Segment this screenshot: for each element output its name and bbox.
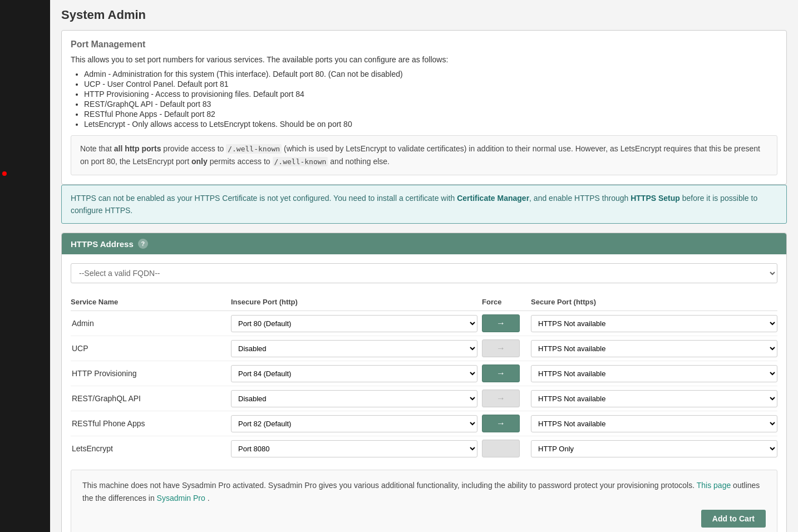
note-box: Note that all http ports provide access …: [71, 135, 777, 175]
force-button-restful-phone-apps[interactable]: →: [482, 415, 520, 432]
insecure-select-restful-phone-apps[interactable]: Port 82 (Default) Disabled: [231, 415, 477, 432]
main-content: System Admin Port Management This allows…: [50, 0, 798, 532]
col-header-insecure: Insecure Port (http): [231, 298, 477, 306]
force-button-admin[interactable]: →: [482, 314, 520, 332]
bullet-item-2: UCP - User Control Panel. Default port 8…: [84, 80, 777, 88]
secure-select-rest-graphql[interactable]: HTTPS Not available: [531, 390, 777, 407]
secure-port-restful-phone-apps: HTTPS Not available: [531, 415, 777, 432]
port-management-title: Port Management: [71, 40, 777, 50]
service-name-letsencrypt: LetsEncrypt: [71, 444, 226, 453]
bullet-item-4: REST/GraphQL API - Default port 83: [84, 100, 777, 109]
secure-select-admin[interactable]: HTTPS Not available: [531, 315, 777, 332]
force-cell-letsencrypt: [482, 440, 526, 457]
note-text-2: provide access to: [161, 144, 226, 153]
https-address-title: HTTPS Address: [71, 239, 134, 249]
insecure-port-rest-graphql: Disabled Port 83 (Default): [231, 390, 477, 407]
note-text-1: Note that: [80, 144, 114, 153]
table-row: LetsEncrypt Port 8080 Port 80 (Default) …: [71, 436, 777, 461]
note-text-5: and nothing else.: [328, 157, 390, 166]
insecure-port-http-provisioning: Port 84 (Default) Disabled: [231, 365, 477, 382]
https-warning: HTTPS can not be enabled as your HTTPS C…: [61, 185, 787, 224]
col-header-force: Force: [482, 298, 526, 306]
insecure-port-ucp: Disabled Port 81 (Default): [231, 340, 477, 357]
https-warning-text-2: , and enable HTTPS through: [529, 194, 630, 203]
sysadmin-pro-text-1: This machine does not have Sysadmin Pro …: [82, 481, 697, 490]
insecure-port-letsencrypt: Port 8080 Port 80 (Default) Disabled: [231, 440, 477, 457]
this-page-link[interactable]: This page: [697, 481, 731, 490]
bullet-item-1: Admin - Administration for this system (…: [84, 70, 777, 78]
force-cell-restful-phone-apps: →: [482, 415, 526, 432]
insecure-select-http-provisioning[interactable]: Port 84 (Default) Disabled: [231, 365, 477, 382]
secure-port-admin: HTTPS Not available: [531, 315, 777, 332]
sidebar-indicator: [2, 171, 7, 176]
sysadmin-pro-link[interactable]: Sysadmin Pro: [157, 494, 205, 503]
table-row: REST/GraphQL API Disabled Port 83 (Defau…: [71, 386, 777, 411]
table-row: UCP Disabled Port 81 (Default) → HTTPS N…: [71, 336, 777, 361]
col-header-secure: Secure Port (https): [531, 298, 777, 306]
bullet-item-6: LetsEncrypt - Only allows access to Lets…: [84, 120, 777, 129]
bullet-item-5: RESTful Phone Apps - Default port 82: [84, 110, 777, 119]
note-code-2: /.well-known: [273, 157, 328, 166]
service-name-ucp: UCP: [71, 344, 226, 353]
insecure-select-admin[interactable]: Port 80 (Default) Disabled: [231, 315, 477, 332]
table-row: HTTP Provisioning Port 84 (Default) Disa…: [71, 361, 777, 386]
secure-port-rest-graphql: HTTPS Not available: [531, 390, 777, 407]
services-table: Service Name Insecure Port (http) Force …: [71, 294, 777, 461]
insecure-select-ucp[interactable]: Disabled Port 81 (Default): [231, 340, 477, 357]
col-header-service: Service Name: [71, 298, 226, 306]
secure-port-http-provisioning: HTTPS Not available: [531, 365, 777, 382]
https-address-card: HTTPS Address ? --Select a valid FQDN-- …: [61, 233, 787, 532]
fqdn-select[interactable]: --Select a valid FQDN--: [71, 263, 777, 283]
force-cell-http-provisioning: →: [482, 364, 526, 382]
page-title: System Admin: [61, 6, 787, 22]
force-cell-admin: →: [482, 314, 526, 332]
service-name-rest-graphql: REST/GraphQL API: [71, 394, 226, 403]
secure-select-http-provisioning[interactable]: HTTPS Not available: [531, 365, 777, 382]
secure-select-restful-phone-apps[interactable]: HTTPS Not available: [531, 415, 777, 432]
sysadmin-pro-box: This machine does not have Sysadmin Pro …: [71, 470, 777, 532]
service-name-http-provisioning: HTTP Provisioning: [71, 369, 226, 378]
sidebar: [0, 0, 50, 532]
help-icon[interactable]: ?: [138, 239, 148, 249]
secure-select-letsencrypt[interactable]: HTTP Only HTTPS Not available: [531, 440, 777, 457]
table-row: Admin Port 80 (Default) Disabled → HTTPS…: [71, 311, 777, 336]
https-setup-link[interactable]: HTTPS Setup: [630, 194, 680, 203]
service-name-admin: Admin: [71, 319, 226, 328]
add-to-cart-button[interactable]: Add to Cart: [701, 510, 766, 528]
bullet-item-3: HTTP Provisioning - Access to provisioni…: [84, 90, 777, 98]
port-management-card: Port Management This allows you to set p…: [61, 30, 787, 185]
force-cell-rest-graphql: →: [482, 390, 526, 407]
certificate-manager-link[interactable]: Certificate Manager: [457, 194, 529, 203]
insecure-select-rest-graphql[interactable]: Disabled Port 83 (Default): [231, 390, 477, 407]
https-address-body: --Select a valid FQDN-- Service Name Ins…: [62, 254, 786, 532]
note-code-1: /.well-known: [226, 144, 282, 154]
secure-port-ucp: HTTPS Not available: [531, 340, 777, 357]
https-address-header: HTTPS Address ?: [62, 233, 786, 254]
note-bold-1: all http ports: [114, 144, 161, 153]
secure-port-letsencrypt: HTTP Only HTTPS Not available: [531, 440, 777, 457]
insecure-port-admin: Port 80 (Default) Disabled: [231, 315, 477, 332]
force-button-ucp[interactable]: →: [482, 339, 520, 357]
secure-select-ucp[interactable]: HTTPS Not available: [531, 340, 777, 357]
force-button-letsencrypt: [482, 440, 520, 457]
table-header: Service Name Insecure Port (http) Force …: [71, 294, 777, 311]
service-name-restful-phone-apps: RESTful Phone Apps: [71, 419, 226, 428]
force-cell-ucp: →: [482, 339, 526, 357]
insecure-port-restful-phone-apps: Port 82 (Default) Disabled: [231, 415, 477, 432]
note-text-4: permits access to: [208, 157, 273, 166]
port-management-body: Port Management This allows you to set p…: [62, 31, 786, 184]
bullet-list: Admin - Administration for this system (…: [84, 70, 777, 129]
force-button-rest-graphql[interactable]: →: [482, 390, 520, 407]
note-bold-2: only: [191, 157, 208, 166]
sysadmin-pro-text-3: .: [205, 494, 210, 503]
https-warning-text-1: HTTPS can not be enabled as your HTTPS C…: [71, 194, 457, 203]
force-button-http-provisioning[interactable]: →: [482, 364, 520, 382]
table-row: RESTful Phone Apps Port 82 (Default) Dis…: [71, 411, 777, 436]
port-management-intro: This allows you to set port numbers for …: [71, 55, 777, 64]
insecure-select-letsencrypt[interactable]: Port 8080 Port 80 (Default) Disabled: [231, 440, 477, 457]
